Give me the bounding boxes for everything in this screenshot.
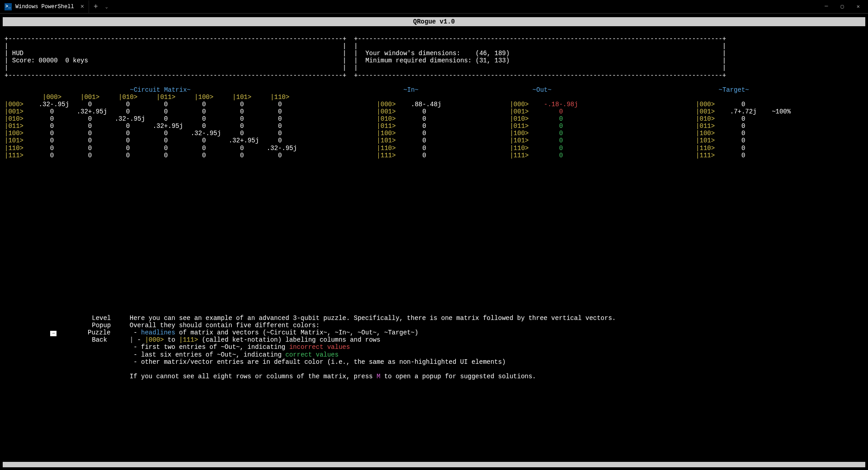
- close-tab-icon[interactable]: ×: [80, 3, 84, 10]
- help-line: Here you can see an example of an advanc…: [130, 315, 616, 322]
- close-window-button[interactable]: ✕: [855, 1, 862, 12]
- game-area: +---------------------------------------…: [0, 27, 868, 167]
- new-tab-button[interactable]: +: [89, 3, 103, 11]
- help-line: Overall they should contain five differe…: [130, 322, 616, 329]
- tab-powershell[interactable]: >_ Windows PowerShell ×: [0, 0, 89, 13]
- help-footer: If you cannot see all eight rows or colu…: [130, 373, 616, 380]
- help-bullet: - headlines of matrix and vectors (~Circ…: [130, 329, 616, 336]
- menu-arrow-icon: →: [50, 331, 57, 336]
- titlebar: >_ Windows PowerShell × + ⌄ — ▢ ✕: [0, 0, 868, 14]
- window-controls: — ▢ ✕: [823, 1, 868, 12]
- matrix-vectors-area: ~Circuit Matrix~ ~In~ ~Out~ ~Target~ |00…: [5, 86, 863, 159]
- help-blank: [130, 366, 616, 373]
- help-bullet: - first two entries of ~Out~, indicating…: [130, 343, 616, 351]
- menu-column: Level Popup → Puzzle Back: [12, 315, 130, 343]
- help-text-column: Here you can see an example of an advanc…: [130, 315, 616, 380]
- help-bullet: | - |000> to |111> (called ket-notation)…: [130, 336, 616, 343]
- tab-title: Windows PowerShell: [15, 4, 74, 10]
- powershell-icon: >_: [5, 3, 12, 10]
- maximize-button[interactable]: ▢: [839, 1, 846, 12]
- help-bullet: - other matrix/vector entries are in def…: [130, 358, 616, 366]
- menu-item[interactable]: Puzzle: [61, 329, 137, 336]
- minimize-button[interactable]: —: [823, 1, 830, 12]
- bottom-bar: [3, 462, 865, 467]
- game-title-banner: QRogue v1.0: [3, 17, 865, 26]
- hud-box: +---------------------------------------…: [5, 35, 863, 79]
- tab-dropdown-icon[interactable]: ⌄: [103, 4, 111, 9]
- help-panel: Level Popup → Puzzle Back Here you can s…: [5, 307, 863, 380]
- help-bullet: - last six entries of ~Out~, indicating …: [130, 351, 616, 358]
